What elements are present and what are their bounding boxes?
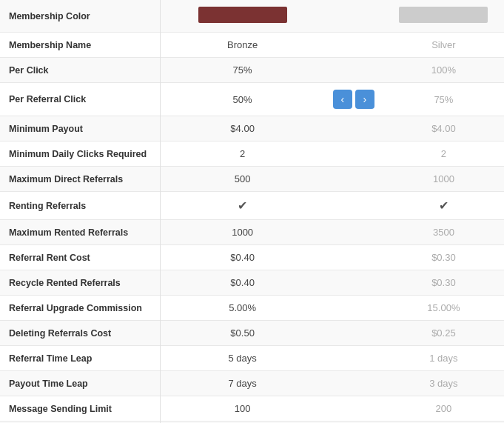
- row-label: Payout Time Leap: [0, 371, 161, 396]
- table-row: Maximum Direct Referrals5001000: [0, 167, 504, 192]
- table-row: Minimum Daily Clicks Required22: [0, 141, 504, 167]
- silver-value: 100%: [383, 58, 504, 83]
- row-label: Membership Color: [0, 0, 161, 33]
- row-label: Maximum Rented Referrals: [0, 220, 161, 245]
- bronze-value: $4.00: [161, 116, 324, 141]
- bronze-value: $0.40: [161, 270, 324, 296]
- row-label: Referral Time Leap: [0, 346, 161, 371]
- bronze-value: 2: [161, 141, 324, 167]
- silver-value: [383, 0, 504, 33]
- table-row: Minimum Payout$4.00$4.00: [0, 116, 504, 141]
- silver-value: 3500: [383, 220, 504, 245]
- silver-value: 15.00%: [383, 296, 504, 321]
- bronze-value: 5 days: [161, 346, 324, 371]
- nav-cell: [324, 296, 383, 321]
- table-row: Referral Time Leap5 days1 days: [0, 346, 504, 371]
- nav-cell: [324, 33, 383, 58]
- nav-cell: [324, 270, 383, 296]
- nav-cell: [324, 321, 383, 346]
- bronze-value: Bronze: [161, 33, 324, 58]
- bronze-value: 75%: [161, 58, 324, 83]
- nav-cell: [324, 396, 383, 422]
- bronze-value: 7 days: [161, 371, 324, 396]
- silver-value: 1000: [383, 167, 504, 192]
- bronze-color-swatch: [198, 7, 287, 23]
- silver-value: 2: [383, 141, 504, 167]
- table-row: Message Sending Limit100200: [0, 396, 504, 422]
- row-label: Referral Rent Cost: [0, 245, 161, 270]
- silver-value: $0.30: [383, 270, 504, 296]
- bronze-value: 5.00%: [161, 296, 324, 321]
- row-label: Maximum Direct Referrals: [0, 167, 161, 192]
- bronze-value: 50%: [161, 83, 324, 116]
- row-label: Message Sending Limit: [0, 396, 161, 422]
- table-row: Payout Time Leap7 days3 days: [0, 371, 504, 396]
- nav-cell: [324, 192, 383, 220]
- row-label: Minimum Payout: [0, 116, 161, 141]
- silver-value: Silver: [383, 33, 504, 58]
- checkmark-icon: ✔: [439, 199, 448, 212]
- prev-button[interactable]: ‹: [333, 90, 352, 109]
- table-row: Renting Referrals✔✔: [0, 192, 504, 220]
- bronze-value: [161, 0, 324, 33]
- row-label: Per Referral Click: [0, 83, 161, 116]
- row-label: Renting Referrals: [0, 192, 161, 220]
- next-button[interactable]: ›: [355, 90, 374, 109]
- silver-value: $0.25: [383, 321, 504, 346]
- table-row: Maximum Rented Referrals10003500: [0, 220, 504, 245]
- bronze-value: ✔: [161, 192, 324, 220]
- bronze-value: 1000: [161, 220, 324, 245]
- table-row: Per Referral Click50%‹›75%: [0, 83, 504, 116]
- silver-value: 3 days: [383, 371, 504, 396]
- row-label: Recycle Rented Referrals: [0, 270, 161, 296]
- bronze-value: 100: [161, 396, 324, 422]
- nav-cell: [324, 116, 383, 141]
- row-label: Per Click: [0, 58, 161, 83]
- table-row: Membership NameBronzeSilver: [0, 33, 504, 58]
- silver-value: 75%: [383, 83, 504, 116]
- nav-cell: [324, 371, 383, 396]
- bronze-value: $0.50: [161, 321, 324, 346]
- checkmark-icon: ✔: [238, 199, 247, 212]
- table-row: Membership Color: [0, 0, 504, 33]
- row-label: Referral Upgrade Commission: [0, 296, 161, 321]
- silver-value: ✔: [383, 192, 504, 220]
- table-row: Deleting Referrals Cost$0.50$0.25: [0, 321, 504, 346]
- nav-buttons: ‹›: [333, 90, 374, 109]
- table-row: Referral Rent Cost$0.40$0.30: [0, 245, 504, 270]
- bronze-value: 500: [161, 167, 324, 192]
- nav-cell: [324, 167, 383, 192]
- row-label: Membership Name: [0, 33, 161, 58]
- table-row: Recycle Rented Referrals$0.40$0.30: [0, 270, 504, 296]
- nav-cell: [324, 245, 383, 270]
- silver-value: 1 days: [383, 346, 504, 371]
- nav-cell: [324, 141, 383, 167]
- silver-color-swatch: [399, 7, 488, 23]
- silver-value: $0.30: [383, 245, 504, 270]
- row-label: Deleting Referrals Cost: [0, 321, 161, 346]
- table-row: Per Click75%100%: [0, 58, 504, 83]
- nav-cell: ‹›: [324, 83, 383, 116]
- nav-cell: [324, 58, 383, 83]
- membership-comparison-table: Membership ColorMembership NameBronzeSil…: [0, 0, 504, 423]
- nav-cell: [324, 220, 383, 245]
- silver-value: $4.00: [383, 116, 504, 141]
- bronze-value: $0.40: [161, 245, 324, 270]
- table-row: Referral Upgrade Commission5.00%15.00%: [0, 296, 504, 321]
- nav-cell: [324, 346, 383, 371]
- silver-value: 200: [383, 396, 504, 422]
- nav-cell: [324, 0, 383, 33]
- row-label: Minimum Daily Clicks Required: [0, 141, 161, 167]
